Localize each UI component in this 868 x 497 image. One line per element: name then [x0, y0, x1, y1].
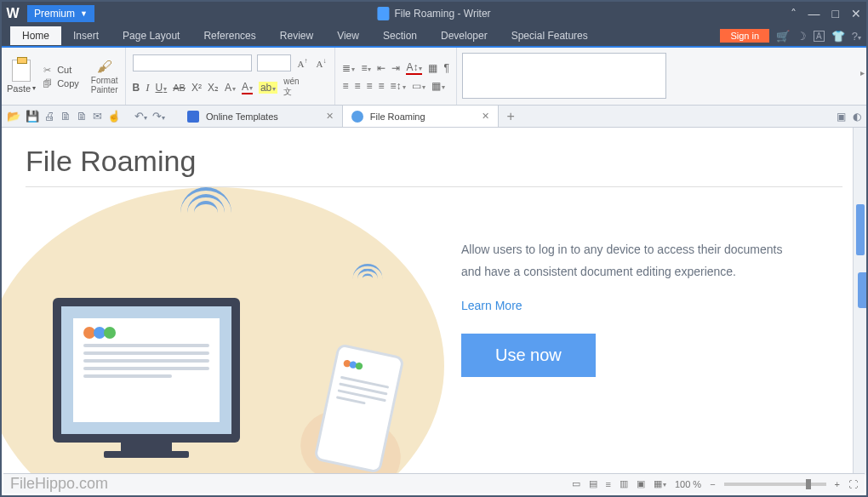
- paste-button[interactable]: Paste▾: [7, 83, 36, 94]
- styles-gallery[interactable]: [462, 53, 666, 99]
- text-direction-button[interactable]: A↕: [406, 61, 422, 75]
- cut-button[interactable]: ✂Cut: [41, 65, 79, 76]
- zoom-in-button[interactable]: +: [835, 479, 840, 489]
- illustration: Allow users to log in to any device to a…: [2, 196, 866, 443]
- email-icon[interactable]: ✉: [93, 110, 102, 123]
- document-icon: [377, 7, 389, 20]
- view-mode-dropdown[interactable]: ▦: [654, 478, 666, 489]
- show-marks-button[interactable]: ¶: [443, 62, 448, 74]
- shrink-font-button[interactable]: A↓: [314, 57, 328, 69]
- export-pdf-icon[interactable]: 🗎: [77, 110, 88, 123]
- moon-icon[interactable]: ☽: [797, 30, 807, 43]
- caret-down-icon: ▼: [80, 9, 88, 18]
- close-button[interactable]: ✕: [851, 7, 861, 20]
- tab-file-roaming[interactable]: File Roaming ✕: [343, 106, 499, 127]
- increase-indent-button[interactable]: ⇥: [391, 62, 400, 74]
- view-page-icon[interactable]: ▭: [572, 478, 580, 489]
- text-effects-button[interactable]: A: [225, 82, 236, 94]
- ribbon-expand-icon[interactable]: ▸: [860, 68, 865, 77]
- fit-page-button[interactable]: ⛶: [848, 479, 858, 489]
- print-preview-icon[interactable]: 🗎: [60, 110, 71, 123]
- format-painter-button[interactable]: 🖌 Format Painter: [84, 48, 126, 105]
- cart-icon[interactable]: 🛒: [776, 30, 790, 43]
- description-text: Allow users to log in to any device to a…: [461, 238, 802, 283]
- redo-icon[interactable]: ↷▾: [152, 110, 165, 123]
- menu-section[interactable]: Section: [371, 26, 429, 45]
- print-icon[interactable]: 🖨: [44, 110, 55, 123]
- view-web-icon[interactable]: ≡: [606, 479, 611, 489]
- side-panel-handle[interactable]: [858, 272, 866, 308]
- menu-bar: Home Insert Page Layout References Revie…: [2, 26, 866, 48]
- highlight-button[interactable]: ab: [259, 82, 277, 94]
- insert-table-button[interactable]: ▦: [428, 62, 437, 74]
- font-color-button[interactable]: A: [242, 81, 253, 94]
- sign-in-button[interactable]: Sign in: [720, 29, 769, 43]
- paste-group: Paste▾: [2, 48, 41, 105]
- zoom-slider[interactable]: [724, 483, 826, 486]
- use-now-button[interactable]: Use now: [461, 334, 596, 377]
- align-right-button[interactable]: ≡: [366, 80, 372, 92]
- tab-online-templates[interactable]: Online Templates ✕: [179, 106, 343, 127]
- view-read-icon[interactable]: ▣: [637, 478, 645, 489]
- menu-page-layout[interactable]: Page Layout: [111, 26, 191, 45]
- font-size-select[interactable]: [257, 54, 291, 71]
- close-tab-icon[interactable]: ✕: [326, 111, 334, 122]
- copy-button[interactable]: 🗐Copy: [41, 78, 79, 89]
- window-controls: ˄ — □ ✕: [791, 7, 861, 20]
- menu-references[interactable]: References: [191, 26, 267, 45]
- touch-icon[interactable]: ☝: [107, 110, 121, 123]
- phonetic-button[interactable]: wén文: [283, 77, 299, 98]
- skin-icon[interactable]: 👕: [831, 30, 845, 43]
- align-center-button[interactable]: ≡: [354, 80, 360, 92]
- scissors-icon: ✂: [41, 65, 53, 76]
- minimize-button[interactable]: —: [808, 7, 820, 20]
- bullets-button[interactable]: ≣: [342, 62, 355, 74]
- menu-special-features[interactable]: Special Features: [500, 26, 600, 45]
- borders-button[interactable]: ▦: [431, 80, 445, 92]
- maximize-button[interactable]: □: [832, 7, 839, 20]
- bold-button[interactable]: B: [133, 82, 140, 94]
- menu-review[interactable]: Review: [268, 26, 325, 45]
- panel-icon-2[interactable]: ◐: [853, 111, 861, 123]
- italic-button[interactable]: I: [146, 81, 149, 94]
- menu-insert[interactable]: Insert: [61, 26, 111, 45]
- decrease-indent-button[interactable]: ⇤: [377, 62, 385, 74]
- shading-button[interactable]: ▭: [412, 80, 425, 92]
- collapse-ribbon-icon[interactable]: ˄: [791, 7, 797, 20]
- align-left-button[interactable]: ≡: [342, 80, 348, 92]
- grow-font-button[interactable]: A↑: [296, 57, 310, 69]
- view-print-icon[interactable]: ▥: [620, 478, 628, 489]
- copy-icon: 🗐: [41, 78, 53, 89]
- underline-button[interactable]: U: [156, 82, 168, 94]
- premium-button[interactable]: Premium ▼: [27, 5, 94, 22]
- undo-icon[interactable]: ↶▾: [134, 110, 147, 123]
- zoom-out-button[interactable]: −: [710, 479, 715, 489]
- align-justify-button[interactable]: ≡: [378, 80, 384, 92]
- a-box-icon[interactable]: A: [814, 31, 825, 42]
- close-tab-icon[interactable]: ✕: [482, 111, 489, 122]
- quick-access-bar: 📂 💾 🖨 🗎 🗎 ✉ ☝ ↶▾ ↷▾ Online Templates ✕ F…: [2, 106, 866, 128]
- menu-developer[interactable]: Developer: [429, 26, 500, 45]
- templates-tab-icon: [187, 111, 199, 123]
- paste-icon[interactable]: [12, 60, 31, 82]
- learn-more-link[interactable]: Learn More: [461, 294, 523, 317]
- styles-group: [457, 48, 866, 105]
- open-icon[interactable]: 📂: [7, 110, 20, 123]
- save-icon[interactable]: 💾: [26, 110, 39, 123]
- scrollbar-thumb[interactable]: [856, 204, 865, 255]
- superscript-button[interactable]: X²: [191, 82, 202, 94]
- panel-icon-1[interactable]: ▣: [837, 111, 846, 123]
- help-icon[interactable]: ?▾: [852, 30, 861, 43]
- divider: [26, 186, 842, 187]
- strikethrough-button[interactable]: AB: [173, 83, 186, 93]
- new-tab-button[interactable]: +: [499, 106, 523, 127]
- view-outline-icon[interactable]: ▤: [589, 478, 597, 489]
- window-title: File Roaming - Writer: [377, 7, 490, 20]
- zoom-level[interactable]: 100 %: [675, 479, 701, 489]
- line-spacing-button[interactable]: ≡↕: [390, 80, 405, 92]
- menu-view[interactable]: View: [325, 26, 371, 45]
- numbering-button[interactable]: ≡: [361, 62, 371, 74]
- subscript-button[interactable]: X₂: [208, 82, 219, 94]
- font-name-select[interactable]: [133, 54, 252, 71]
- menu-home[interactable]: Home: [10, 26, 61, 45]
